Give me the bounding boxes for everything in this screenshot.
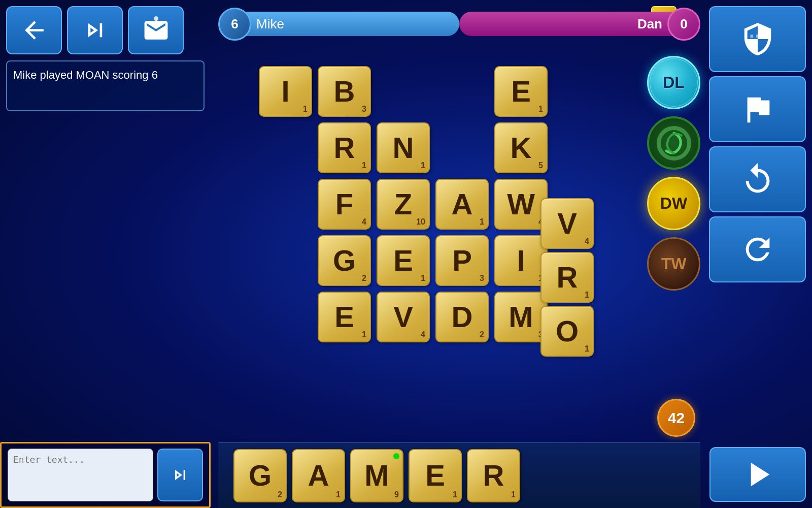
log-text: Mike played MOAN scoring 6 bbox=[13, 69, 158, 81]
rack-tile-a[interactable]: A 1 bbox=[292, 449, 345, 502]
tw-bonus: TW bbox=[647, 237, 700, 291]
dl-bonus: DL bbox=[647, 56, 700, 109]
tile-empty-r3c1 bbox=[259, 179, 312, 230]
board-grid: I1 B3 E1 R1 N1 K5 F4 Z10 A1 W4 G2 E1 P3 … bbox=[259, 66, 550, 345]
tile-b3[interactable]: B3 bbox=[318, 66, 371, 117]
tile-d2[interactable]: D2 bbox=[435, 292, 489, 342]
rack-tile-letter-r: R bbox=[483, 461, 504, 490]
mike-score-bubble: 6 bbox=[218, 8, 251, 41]
tile-v4-extra[interactable]: V4 bbox=[540, 198, 594, 249]
tile-n1[interactable]: N1 bbox=[377, 122, 430, 173]
tile-empty-r5c1 bbox=[259, 292, 312, 342]
tw-label: TW bbox=[661, 255, 687, 273]
shop-button[interactable] bbox=[709, 6, 806, 72]
tile-empty-r1c4 bbox=[435, 66, 489, 117]
rack-tile-score-a: 1 bbox=[336, 490, 341, 499]
tile-r1[interactable]: R1 bbox=[318, 122, 371, 173]
tile-e1-r5[interactable]: E1 bbox=[318, 292, 371, 342]
extra-tiles: V4 R1 O1 bbox=[540, 198, 594, 357]
tile-a1[interactable]: A1 bbox=[435, 179, 489, 230]
toolbar bbox=[0, 0, 211, 58]
specials-panel: DL DW TW bbox=[647, 56, 700, 291]
dan-name-bar: Dan bbox=[459, 12, 672, 36]
rack-tile-m[interactable]: M 9 bbox=[350, 449, 403, 502]
rack-tile-score-r: 1 bbox=[511, 490, 516, 499]
tile-m3[interactable]: M3 bbox=[494, 292, 548, 342]
tile-o1-extra[interactable]: O1 bbox=[540, 306, 594, 357]
board-area: I1 B3 E1 R1 N1 K5 F4 Z10 A1 W4 G2 E1 P3 … bbox=[218, 51, 700, 442]
tile-i1-r4[interactable]: I1 bbox=[494, 235, 548, 286]
svg-point-0 bbox=[153, 16, 158, 21]
rack-tile-letter-a: A bbox=[308, 461, 329, 490]
tile-r1-extra[interactable]: R1 bbox=[540, 252, 594, 303]
rack-tile-score-g: 2 bbox=[278, 490, 282, 499]
rack-tile-letter-m: M bbox=[364, 461, 389, 490]
chat-area bbox=[0, 442, 211, 508]
dl-label: DL bbox=[663, 73, 685, 92]
undo-button[interactable] bbox=[709, 146, 806, 212]
send-button[interactable] bbox=[157, 449, 203, 501]
rack-tile-score-e: 1 bbox=[453, 490, 457, 499]
tile-z10[interactable]: Z10 bbox=[377, 179, 430, 230]
rack-tile-r[interactable]: R 1 bbox=[467, 449, 520, 502]
dan-score: 0 bbox=[680, 16, 687, 32]
flag-button[interactable] bbox=[709, 76, 806, 142]
tile-w4[interactable]: W4 bbox=[494, 179, 548, 230]
skip-button[interactable] bbox=[67, 6, 123, 54]
dan-name: Dan bbox=[637, 16, 662, 32]
submit-button[interactable] bbox=[709, 447, 806, 502]
swirl-green bbox=[647, 116, 700, 170]
chat-input[interactable] bbox=[8, 449, 153, 501]
rack-tile-e[interactable]: E 1 bbox=[409, 449, 462, 502]
rack-tile-score-m: 9 bbox=[394, 490, 399, 499]
tile-empty-r1c3 bbox=[377, 66, 430, 117]
tile-e1-r4[interactable]: E1 bbox=[377, 235, 430, 286]
game-log: Mike played MOAN scoring 6 bbox=[6, 60, 205, 111]
tile-p3[interactable]: P3 bbox=[435, 235, 489, 286]
header: 6 Mike Dan 0 bbox=[218, 6, 700, 42]
tile-k5[interactable]: K5 bbox=[494, 122, 548, 173]
back-button[interactable] bbox=[6, 6, 62, 54]
mike-score-group: 6 Mike bbox=[218, 8, 459, 41]
mike-score: 6 bbox=[231, 16, 238, 32]
tile-rack: G 2 A 1 M 9 E 1 R 1 bbox=[218, 442, 700, 508]
left-panel: Mike played MOAN scoring 6 bbox=[0, 0, 211, 508]
dw-bonus: DW bbox=[647, 177, 700, 230]
swirl-icon bbox=[656, 125, 692, 161]
dan-score-bubble: 0 bbox=[667, 8, 700, 41]
rack-tile-letter-g: G bbox=[249, 461, 272, 490]
message-button[interactable] bbox=[128, 6, 184, 54]
score-counter-value: 42 bbox=[668, 409, 685, 427]
tile-i1[interactable]: I1 bbox=[259, 66, 312, 117]
tile-f4[interactable]: F4 bbox=[318, 179, 371, 230]
tile-empty-r2c1 bbox=[259, 122, 312, 173]
rack-tile-letter-e: E bbox=[425, 461, 445, 490]
right-panel bbox=[703, 0, 812, 508]
tile-empty-r2c4 bbox=[435, 122, 489, 173]
dan-score-group: Dan 0 bbox=[459, 8, 700, 41]
tile-e1-r1[interactable]: E1 bbox=[494, 66, 548, 117]
tile-g2[interactable]: G2 bbox=[318, 235, 371, 286]
refresh-button[interactable] bbox=[709, 216, 806, 282]
rack-tile-g[interactable]: G 2 bbox=[233, 449, 287, 502]
mike-name: Mike bbox=[256, 16, 284, 32]
dw-label: DW bbox=[660, 194, 687, 213]
score-counter: 42 bbox=[657, 399, 695, 437]
tile-empty-r4c1 bbox=[259, 235, 312, 286]
tile-v4[interactable]: V4 bbox=[377, 292, 430, 342]
mike-name-bar: Mike bbox=[246, 12, 459, 36]
